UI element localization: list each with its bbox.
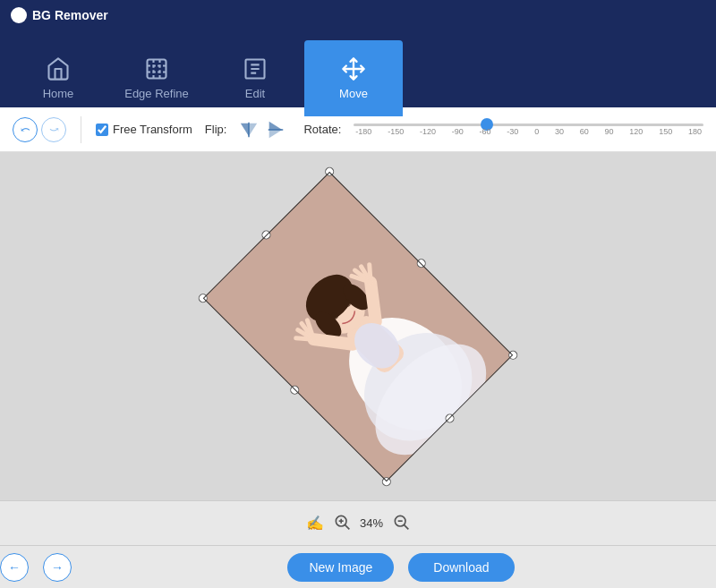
edit-icon xyxy=(243,56,268,81)
canvas-area[interactable] xyxy=(0,152,716,500)
zoom-out-icon[interactable] xyxy=(392,513,410,534)
canvas-wrapper xyxy=(0,152,716,500)
free-transform-checkbox[interactable] xyxy=(96,124,108,136)
tab-edge-refine-label: Edge Refine xyxy=(124,87,189,100)
flip-buttons xyxy=(237,118,287,141)
footer: ← → New Image Download xyxy=(0,545,716,588)
tab-move-label: Move xyxy=(339,87,368,100)
svg-marker-4 xyxy=(241,123,249,136)
rotate-track: -180 -150 -120 -90 -60 -30 0 30 60 90 12… xyxy=(354,116,703,143)
undo-button[interactable]: ⤺ xyxy=(13,117,38,142)
girl-figure xyxy=(203,171,513,481)
move-icon xyxy=(341,56,366,81)
zoom-in-icon[interactable] xyxy=(333,513,351,534)
flip-vertical-button[interactable] xyxy=(264,118,287,141)
nav-tabs: Home Edge Refine Edit Move xyxy=(9,9,403,116)
flip-v-icon xyxy=(266,120,286,140)
hand-tool-icon[interactable]: ✍ xyxy=(306,515,324,532)
free-transform-checkbox-label[interactable]: Free Transform xyxy=(96,123,192,136)
zoom-out-svg xyxy=(392,513,410,531)
next-arrow-button[interactable]: → xyxy=(43,553,72,582)
app-title: BG Remover xyxy=(32,8,108,22)
svg-marker-8 xyxy=(269,130,283,138)
rotate-ticks: -180 -150 -120 -90 -60 -30 0 30 60 90 12… xyxy=(354,128,703,136)
free-transform-label: Free Transform xyxy=(113,123,192,136)
tab-edge-refine[interactable]: Edge Refine xyxy=(107,40,206,116)
svg-rect-0 xyxy=(148,60,166,79)
svg-marker-7 xyxy=(269,121,283,129)
svg-line-36 xyxy=(404,524,408,529)
app-logo: BG Remover xyxy=(11,7,108,23)
rotate-label: Rotate: xyxy=(303,123,341,136)
divider-1 xyxy=(81,116,81,143)
app-logo-icon xyxy=(11,7,27,23)
edge-refine-icon xyxy=(144,56,169,81)
home-icon xyxy=(46,56,71,81)
tab-edit-label: Edit xyxy=(245,87,265,100)
flip-horizontal-button[interactable] xyxy=(237,118,260,141)
download-button[interactable]: Download xyxy=(408,553,514,582)
flip-label: Flip: xyxy=(205,123,227,136)
undo-redo-group: ⤺ ⤻ xyxy=(13,117,66,142)
tab-move[interactable]: Move xyxy=(304,40,403,116)
tab-home[interactable]: Home xyxy=(9,40,107,116)
rotate-slider-container: -180 -150 -120 -90 -60 -30 0 30 60 90 12… xyxy=(354,116,703,143)
svg-marker-5 xyxy=(249,123,257,136)
bottom-bar: ✍ 34% xyxy=(0,500,716,545)
tab-edit[interactable]: Edit xyxy=(206,40,304,116)
svg-line-32 xyxy=(345,524,349,529)
flip-h-icon xyxy=(239,120,259,140)
zoom-in-svg xyxy=(333,513,351,531)
prev-arrow-button[interactable]: ← xyxy=(0,553,29,582)
zoom-level: 34% xyxy=(360,516,383,530)
header: BG Remover Home Edge Refine Edit xyxy=(0,0,716,107)
subject-image xyxy=(203,171,513,481)
redo-button[interactable]: ⤻ xyxy=(41,117,66,142)
tab-home-label: Home xyxy=(43,87,74,100)
rotate-slider[interactable] xyxy=(354,124,703,126)
new-image-button[interactable]: New Image xyxy=(287,553,394,582)
